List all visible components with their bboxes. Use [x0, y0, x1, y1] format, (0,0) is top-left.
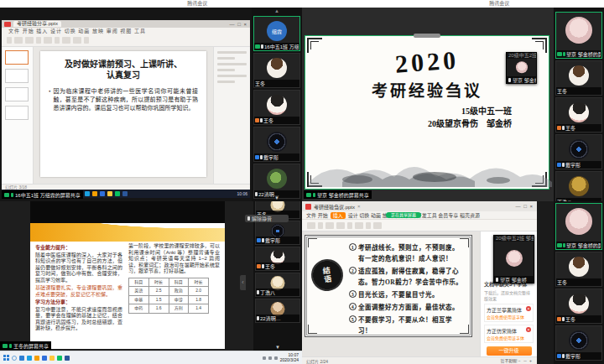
- ink-mountains-art: [309, 135, 552, 187]
- participant-tile[interactable]: 望京 邹金桥的屏幕…: [555, 203, 602, 250]
- scroll-up-arrow[interactable]: ▲: [252, 8, 302, 14]
- slide-thumbnail[interactable]: [5, 69, 29, 83]
- slide-thumbnail-panel: [2, 47, 34, 184]
- toolbar-button[interactable]: [307, 222, 315, 229]
- participant-name: 戴宇彤: [265, 237, 280, 244]
- remove-icon[interactable]: ×: [526, 327, 531, 332]
- toolbar-button[interactable]: [36, 37, 41, 44]
- toolbar-button[interactable]: [318, 222, 323, 229]
- slide-thumbnail[interactable]: [5, 87, 29, 101]
- toolbar-button[interactable]: [373, 222, 382, 229]
- taskbar-pinned-icons[interactable]: [77, 191, 128, 196]
- toolbar-button[interactable]: [366, 222, 371, 229]
- participant-tile[interactable]: 22清明…: [255, 299, 300, 323]
- screen-share-label: 16中五1班 万组霖的屏幕共享: [15, 191, 81, 199]
- participant-tile[interactable]: 戴宇彤: [255, 221, 300, 245]
- taskbar-pinned-icons[interactable]: [19, 356, 70, 361]
- toolbar-button[interactable]: [55, 37, 60, 44]
- window-controls[interactable]: — □ ×: [230, 22, 247, 27]
- participant-tile[interactable]: 王冬: [555, 97, 602, 133]
- missing-font-entry: × 方正兰亭黑简体 会员免费使用该字体: [484, 304, 534, 322]
- participant-tile[interactable]: 22清明…: [253, 164, 300, 199]
- toolbar-button[interactable]: [7, 37, 12, 44]
- floating-video-window[interactable]: 20级中五2班 邹金桥 望京 邹金桥: [493, 235, 534, 283]
- menu-item-active[interactable]: 插入: [331, 212, 346, 219]
- participant-tile[interactable]: 丁浩八: [555, 171, 602, 201]
- mic-icon: [262, 238, 264, 242]
- mute-toolbar[interactable]: 解除静音: [245, 215, 289, 222]
- participant-name: 戴宇彤: [565, 352, 581, 360]
- wps-menu-row[interactable]: 文件 开始 插入 设计 切换 动画 放映 审阅 视图 工具: [2, 28, 250, 34]
- sidebar-collapse-handle[interactable]: ‹: [240, 275, 246, 290]
- menu-items[interactable]: 文件 开始: [306, 211, 328, 219]
- dismiss-link[interactable]: 暂不处理: [484, 357, 534, 363]
- participant-tile[interactable]: 王冬: [555, 60, 602, 96]
- doc-heading: 学习方法分享：: [35, 299, 122, 306]
- floating-video-window[interactable]: 20级中五2班 邹金桥 望京 邹金桥: [506, 52, 537, 84]
- system-tray[interactable]: 10:07 2020/3/24: [263, 353, 299, 362]
- participant-tile[interactable]: 王冬: [555, 289, 602, 324]
- participant-tile[interactable]: 戴宇彤: [555, 325, 602, 361]
- cortana-icon[interactable]: [12, 356, 17, 361]
- participant-label: 望京 邹金桥的屏幕…: [556, 50, 601, 58]
- participant-tile[interactable]: 王冬: [255, 247, 300, 271]
- document-tab[interactable]: 考研经验分享.pptx: [13, 21, 61, 27]
- scroll-down-arrow[interactable]: ▼: [253, 345, 302, 351]
- toolbar-button[interactable]: [44, 37, 52, 44]
- mic-icon: [562, 126, 565, 130]
- tab-close-icon[interactable]: ×: [357, 204, 361, 209]
- circled-number: 1: [349, 243, 357, 251]
- participant-tile[interactable]: 王冬: [555, 252, 602, 287]
- list-item-text: 考研战线长。预则立，不预则废。有一定的危机意识！成人意识！: [358, 242, 465, 264]
- mic-icon: [257, 290, 259, 294]
- taskbar-clock[interactable]: 10:07 2020/3/24: [280, 353, 299, 362]
- upgrade-button[interactable]: 一键升级: [487, 346, 532, 356]
- taskbar-clock[interactable]: 10:06: [237, 191, 247, 196]
- slide-thumbnail[interactable]: [5, 106, 29, 120]
- toolbar-button[interactable]: [355, 222, 363, 229]
- screen-share-icon: [306, 193, 311, 197]
- toolbar-button[interactable]: [25, 37, 34, 44]
- participant-tile[interactable]: 戴宇彤: [555, 134, 602, 169]
- toolbar-button[interactable]: [347, 222, 352, 229]
- avatar: [267, 132, 287, 152]
- participant-tile[interactable]: 丁浩八: [255, 273, 300, 297]
- toolbar-button[interactable]: [325, 222, 334, 229]
- avatar: [569, 294, 589, 314]
- scroll-down-arrow[interactable]: ▼: [252, 195, 302, 201]
- participant-tile[interactable]: 王冬: [253, 53, 300, 88]
- participant-tile[interactable]: 戴宇彤: [253, 127, 300, 162]
- participant-tile[interactable]: 望京 邹金桥的屏幕…: [555, 12, 602, 59]
- window-controls[interactable]: — □ ×: [516, 204, 534, 209]
- list-item-text: 全面调整好方方面面，最佳状态。: [358, 302, 459, 313]
- remove-icon[interactable]: ×: [526, 306, 531, 311]
- toolbar-button[interactable]: [14, 37, 23, 44]
- toolbar-button[interactable]: [336, 222, 345, 229]
- member-icon: [257, 238, 261, 242]
- participant-tile[interactable]: 王冬: [253, 90, 300, 125]
- toolbar-button[interactable]: [73, 37, 81, 44]
- slide-thumbnail[interactable]: [5, 50, 29, 65]
- participant-label: 丁浩八: [256, 289, 299, 296]
- participant-tile[interactable]: 组霖 16中五1班 万组霖…: [253, 16, 300, 51]
- document-tab[interactable]: 考研经验刍议.pptx: [314, 203, 355, 211]
- sharing-indicator-pill[interactable]: 正在共享屏幕: [386, 212, 421, 218]
- slide-canvas: 及时做好课前预习、上课听讲、 认真复习 • 因为临床课程中老师讲的一些医学名词你…: [34, 47, 213, 184]
- toolbar-button[interactable]: [84, 37, 89, 44]
- font-action-link[interactable]: 会员免费使用该字体: [487, 314, 531, 320]
- toolbar-button[interactable]: [62, 37, 70, 44]
- share-toolbar-handle[interactable]: [414, 34, 440, 38]
- participant-name: 望京 邹金桥: [513, 76, 536, 83]
- member-icon: [255, 155, 259, 159]
- task-pane: [213, 47, 250, 184]
- hand-raise-icon: [257, 264, 261, 268]
- slide-bullet: • 因为临床课程中老师讲的一些医学名词你可能未曾接触，甚至是不了解这种疾病，所以…: [49, 87, 198, 112]
- wps-toolbar: [302, 219, 537, 231]
- participant-label: 望京 邹金桥的屏幕…: [556, 242, 601, 249]
- list-item-text: 适应孤独，耐得住寂寞，稳得了心态。智力OR毅力？学会苦中作乐。: [358, 266, 465, 288]
- list-item: 5 不要假学习，不要从众！相互学习！: [349, 315, 465, 336]
- font-action-link[interactable]: 会员免费使用该字体: [487, 335, 531, 341]
- hand-raise-icon: [557, 126, 561, 130]
- start-button[interactable]: [3, 355, 9, 361]
- screenshot-grid: 腾讯会议 考研经验分享.pptx — □ × 文件 开始 插入 设计 切换 动画…: [0, 0, 604, 364]
